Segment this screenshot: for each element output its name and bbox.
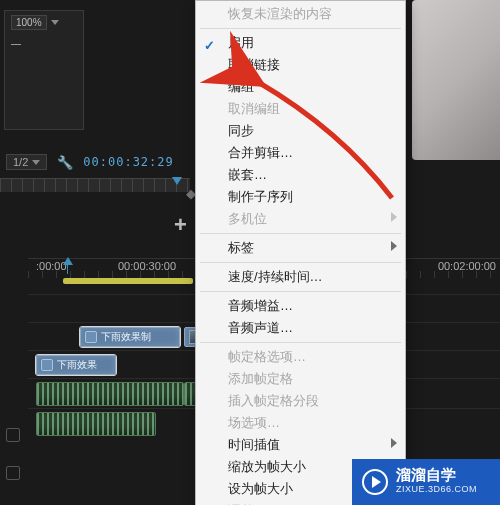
menu-separator — [200, 233, 401, 234]
play-circle-icon — [362, 469, 388, 495]
watermark-title: 溜溜自学 — [396, 468, 477, 482]
menu-separator — [200, 291, 401, 292]
menu-multicam-label: 多机位 — [228, 211, 267, 226]
timeline-gutter — [2, 258, 24, 505]
submenu-arrow-icon — [391, 438, 397, 448]
video-clip-2[interactable]: 下雨效果 — [36, 355, 116, 375]
menu-restore-unrendered: 恢复未渲染的内容 — [196, 3, 405, 25]
playhead-line — [67, 265, 68, 274]
submenu-arrow-icon — [391, 212, 397, 222]
menu-multicam: 多机位 — [196, 208, 405, 230]
fx-badge-icon — [41, 359, 53, 371]
zoom-ratio[interactable]: 1/2 — [6, 154, 47, 170]
clip-context-menu: 恢复未渲染的内容 ✓启用 取消链接 编组 取消编组 同步 合并剪辑… 嵌套… 制… — [195, 0, 406, 505]
menu-group[interactable]: 编组 — [196, 76, 405, 98]
menu-separator — [200, 262, 401, 263]
menu-field-options: 场选项… — [196, 412, 405, 434]
watermark-sub: ZIXUE.3D66.COM — [396, 482, 477, 496]
clip-label: 下雨效果 — [57, 358, 97, 372]
menu-nest[interactable]: 嵌套… — [196, 164, 405, 186]
menu-audio-gain[interactable]: 音频增益… — [196, 295, 405, 317]
menu-separator — [200, 342, 401, 343]
watermark: 溜溜自学 ZIXUE.3D66.COM — [352, 459, 500, 505]
audio-clip-2[interactable] — [36, 412, 156, 436]
mini-panel: 100% — — [4, 10, 84, 130]
program-scrubber[interactable] — [0, 178, 190, 192]
waveform — [37, 383, 183, 405]
menu-ungroup: 取消编组 — [196, 98, 405, 120]
menu-separator — [200, 28, 401, 29]
menu-enable-label: 启用 — [228, 35, 254, 50]
submenu-arrow-icon — [391, 241, 397, 251]
fx-badge-icon — [85, 331, 97, 343]
audio-clip-1[interactable] — [36, 382, 184, 406]
menu-merge-clips[interactable]: 合并剪辑… — [196, 142, 405, 164]
menu-frame-hold-options: 帧定格选项… — [196, 346, 405, 368]
menu-audio-channels[interactable]: 音频声道… — [196, 317, 405, 339]
menu-time-interpolation-label: 时间插值 — [228, 437, 280, 452]
watermark-text: 溜溜自学 ZIXUE.3D66.COM — [396, 468, 477, 496]
menu-sync[interactable]: 同步 — [196, 120, 405, 142]
scrubber-ticks — [0, 179, 190, 192]
menu-enable[interactable]: ✓启用 — [196, 32, 405, 54]
menu-unlink[interactable]: 取消链接 — [196, 54, 405, 76]
playhead-icon — [172, 177, 182, 185]
menu-make-subsequence[interactable]: 制作子序列 — [196, 186, 405, 208]
zoom-ratio-value: 1/2 — [13, 156, 28, 168]
opacity-drop[interactable]: 100% — [11, 15, 47, 30]
chevron-down-icon — [51, 20, 59, 25]
wrench-icon[interactable]: 🔧 — [57, 155, 73, 170]
menu-time-interpolation[interactable]: 时间插值 — [196, 434, 405, 456]
snap-icon[interactable] — [6, 428, 20, 442]
playback-bar: 1/2 🔧 00:00:32:29 — [0, 150, 180, 174]
add-track-button[interactable]: + — [174, 212, 187, 238]
chevron-down-icon — [32, 160, 40, 165]
clip-label: 下雨效果制 — [101, 330, 151, 344]
work-area-bar[interactable] — [63, 278, 193, 284]
panel-static: — — [11, 38, 21, 49]
menu-insert-frame-hold: 插入帧定格分段 — [196, 390, 405, 412]
link-icon[interactable] — [6, 466, 20, 480]
menu-add-frame-hold: 添加帧定格 — [196, 368, 405, 390]
waveform — [37, 413, 155, 435]
menu-label[interactable]: 标签 — [196, 237, 405, 259]
preview-thumb — [412, 0, 500, 160]
menu-speed-duration[interactable]: 速度/持续时间… — [196, 266, 405, 288]
playhead-indicator-icon[interactable] — [63, 257, 73, 265]
video-clip-1[interactable]: 下雨效果制 — [80, 327, 180, 347]
menu-label-label: 标签 — [228, 240, 254, 255]
playhead-timecode: 00:00:32:29 — [83, 155, 173, 169]
